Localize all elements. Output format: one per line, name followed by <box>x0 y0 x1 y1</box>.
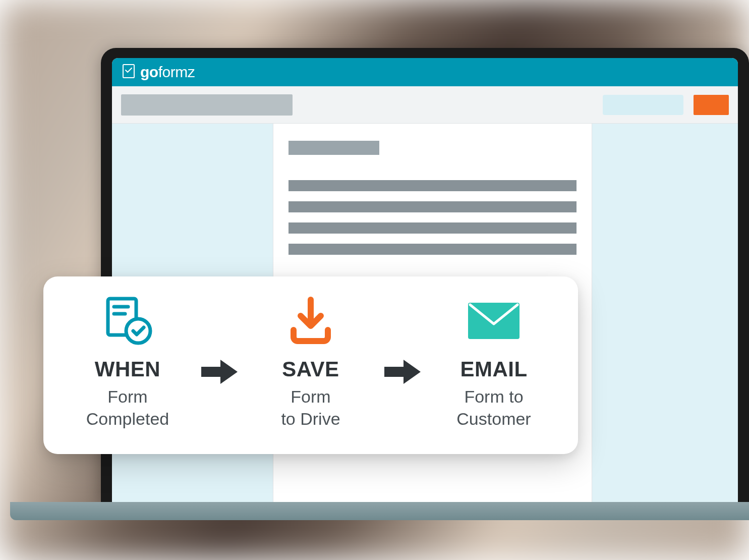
workflow-step-email: EMAIL Form to Customer <box>436 296 552 430</box>
text-line-placeholder <box>289 180 577 191</box>
text-line-placeholder <box>289 222 577 234</box>
form-check-icon <box>100 296 155 346</box>
workflow-step-title: WHEN <box>95 357 160 381</box>
toolbar-actions <box>603 95 729 115</box>
scene-container: goformz <box>0 0 749 560</box>
brand-topbar: goformz <box>112 58 738 86</box>
brand-logo: goformz <box>121 64 195 81</box>
workflow-step-line: Form <box>107 385 147 408</box>
app-toolbar <box>112 86 738 124</box>
toolbar-title-placeholder <box>121 94 293 116</box>
workflow-step-when: WHEN Form Completed <box>70 296 186 430</box>
download-icon <box>285 296 336 346</box>
arrow-right-icon <box>199 338 240 388</box>
text-line-placeholder <box>289 201 577 212</box>
workflow-step-save: SAVE Form to Drive <box>253 296 369 430</box>
workflow-card: WHEN Form Completed SAVE Form to Drive <box>43 276 578 454</box>
envelope-icon <box>466 296 522 346</box>
arrow-right-icon <box>382 338 423 388</box>
workflow-step-line: Completed <box>86 408 169 430</box>
form-check-logo-icon <box>121 64 136 81</box>
workflow-step-line: Form to <box>464 385 523 408</box>
text-line-placeholder <box>289 244 577 255</box>
workflow-step-title: EMAIL <box>460 357 527 381</box>
workflow-step-line: Customer <box>456 408 531 430</box>
workflow-step-line: to Drive <box>281 408 340 430</box>
workflow-step-line: Form <box>291 385 330 408</box>
workflow-step-title: SAVE <box>282 357 339 381</box>
right-panel <box>592 124 738 502</box>
toolbar-primary-button[interactable] <box>694 95 729 115</box>
toolbar-secondary-button[interactable] <box>603 95 683 115</box>
page-title-placeholder <box>289 141 379 155</box>
laptop-base <box>10 502 749 520</box>
brand-logo-text: goformz <box>140 64 195 81</box>
